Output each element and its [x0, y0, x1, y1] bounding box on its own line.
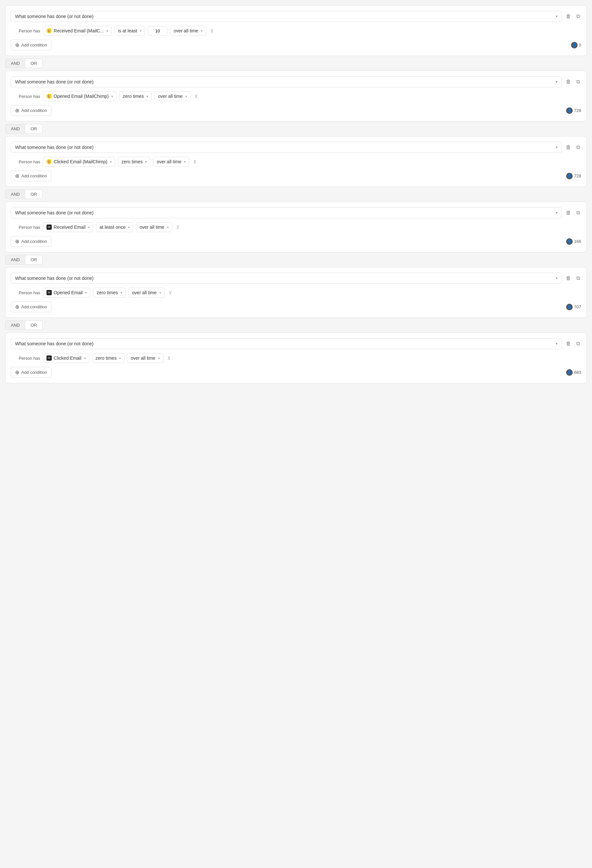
filter-button[interactable]: ⊻ [167, 289, 173, 297]
copy-block-button[interactable]: ⧉ [575, 78, 581, 86]
person-has-label: Person has [19, 225, 40, 230]
condition-block-2: What someone has done (or not done) ▾ 🗑⧉… [5, 71, 587, 121]
filter-icon: ⊻ [167, 356, 170, 361]
and-or-connector: ANDOR [5, 189, 587, 199]
main-event-type-select[interactable]: What someone has done (or not done) ▾ [11, 76, 562, 87]
or-button[interactable]: OR [25, 255, 43, 264]
main-event-label: What someone has done (or not done) [15, 276, 94, 281]
add-condition-button[interactable]: ⊕ Add condition [11, 236, 52, 247]
frequency-select[interactable]: zero times ▾ [93, 288, 126, 298]
event-label: Received Email [54, 224, 86, 230]
chevron-down-icon: ▾ [110, 160, 112, 164]
timeframe-label: over all time [139, 224, 164, 230]
count-badge: 👤 728 [566, 173, 581, 179]
event-select[interactable]: 🐒 Opened Email (MailChimp) ▾ [43, 91, 117, 101]
main-event-type-select[interactable]: What someone has done (or not done) ▾ [11, 142, 562, 153]
delete-block-button[interactable]: 🗑 [564, 340, 572, 348]
or-button[interactable]: OR [25, 189, 43, 199]
timeframe-select[interactable]: over all time ▾ [127, 353, 163, 363]
add-condition-label: Add condition [21, 108, 47, 113]
add-condition-button[interactable]: ⊕ Add condition [11, 105, 52, 116]
frequency-select[interactable]: zero times ▾ [92, 353, 125, 363]
person-icon: 👤 [566, 107, 573, 114]
filter-icon: ⊻ [210, 28, 213, 33]
condition-block-6: What someone has done (or not done) ▾ 🗑⧉… [5, 332, 587, 383]
timeframe-select[interactable]: over all time ▾ [128, 288, 164, 298]
frequency-label: zero times [96, 356, 117, 361]
chevron-down-icon: ▾ [111, 94, 113, 98]
timeframe-select[interactable]: over all time ▾ [136, 222, 172, 232]
and-button[interactable]: AND [5, 189, 25, 199]
delete-block-button[interactable]: 🗑 [564, 274, 572, 282]
add-condition-button[interactable]: ⊕ Add condition [11, 301, 52, 312]
plus-icon: ⊕ [15, 107, 19, 114]
condition-footer: ⊕ Add condition 👤 166 [11, 236, 581, 247]
filter-button[interactable]: ⊻ [209, 27, 215, 35]
timeframe-select[interactable]: over all time ▾ [154, 91, 190, 101]
and-or-connector: ANDOR [5, 320, 587, 330]
event-select[interactable]: ✉ Opened Email ▾ [43, 288, 91, 298]
copy-block-button[interactable]: ⧉ [575, 12, 581, 21]
main-event-label: What someone has done (or not done) [15, 210, 94, 216]
chevron-down-icon: ▾ [88, 226, 90, 229]
delete-block-button[interactable]: 🗑 [564, 78, 572, 86]
delete-block-button[interactable]: 🗑 [564, 208, 572, 217]
and-button[interactable]: AND [5, 124, 25, 134]
condition-row: Person has 🐒 Clicked Email (MailChimp) ▾… [19, 157, 581, 167]
timeframe-select[interactable]: over all time ▾ [153, 157, 189, 167]
and-button[interactable]: AND [5, 320, 25, 330]
or-button[interactable]: OR [25, 124, 43, 134]
count-value: 166 [574, 239, 581, 244]
copy-block-button[interactable]: ⧉ [575, 274, 581, 282]
and-button[interactable]: AND [5, 59, 25, 68]
chevron-down-icon: ▾ [556, 341, 558, 346]
and-button[interactable]: AND [5, 255, 25, 264]
timeframe-select[interactable]: over all time ▾ [170, 26, 206, 36]
filter-button[interactable]: ⊻ [175, 223, 181, 231]
frequency-select[interactable]: zero times ▾ [118, 157, 151, 167]
copy-block-button[interactable]: ⧉ [575, 208, 581, 217]
filter-button[interactable]: ⊻ [193, 92, 199, 100]
event-select[interactable]: ✉ Clicked Email ▾ [43, 353, 89, 363]
copy-icon: ⧉ [576, 275, 580, 281]
copy-block-button[interactable]: ⧉ [575, 143, 581, 152]
event-select[interactable]: 🐒 Clicked Email (MailChimp) ▾ [43, 157, 115, 167]
filter-button[interactable]: ⊻ [192, 158, 198, 165]
copy-block-button[interactable]: ⧉ [575, 340, 581, 348]
add-condition-button[interactable]: ⊕ Add condition [11, 40, 52, 50]
or-button[interactable]: OR [25, 320, 43, 330]
event-label: Clicked Email [54, 356, 81, 361]
count-value: 728 [574, 108, 581, 113]
condition-header: What someone has done (or not done) ▾ 🗑⧉ [11, 273, 581, 284]
frequency-select[interactable]: at least once ▾ [96, 222, 133, 232]
chevron-down-icon: ▾ [185, 94, 187, 98]
frequency-select[interactable]: is at least ▾ [114, 26, 145, 36]
delete-block-button[interactable]: 🗑 [564, 12, 572, 21]
condition-header: What someone has done (or not done) ▾ 🗑⧉ [11, 207, 581, 218]
add-condition-label: Add condition [21, 43, 47, 47]
email-icon: ✉ [46, 356, 52, 361]
filter-button[interactable]: ⊻ [166, 354, 172, 362]
and-or-connector: ANDOR [5, 124, 587, 134]
main-event-type-select[interactable]: What someone has done (or not done) ▾ [11, 11, 562, 22]
chevron-down-icon: ▾ [556, 210, 558, 215]
plus-icon: ⊕ [15, 42, 19, 48]
count-value: 707 [574, 304, 581, 309]
main-event-type-select[interactable]: What someone has done (or not done) ▾ [11, 338, 562, 349]
delete-block-button[interactable]: 🗑 [564, 143, 572, 152]
timeframe-label: over all time [173, 28, 198, 33]
count-badge: 👤 728 [566, 107, 581, 114]
main-event-type-select[interactable]: What someone has done (or not done) ▾ [11, 207, 562, 218]
value-input[interactable] [148, 26, 167, 36]
timeframe-label: over all time [132, 290, 157, 295]
frequency-select[interactable]: zero times ▾ [119, 91, 152, 101]
main-event-type-select[interactable]: What someone has done (or not done) ▾ [11, 273, 562, 284]
condition-footer: ⊕ Add condition 👤 728 [11, 171, 581, 181]
event-select[interactable]: 🐒 Received Email (MailC... ▾ [43, 26, 112, 36]
add-condition-button[interactable]: ⊕ Add condition [11, 171, 52, 181]
header-actions: 🗑⧉ [564, 208, 581, 217]
add-condition-label: Add condition [21, 239, 47, 244]
event-select[interactable]: ✉ Received Email ▾ [43, 222, 93, 232]
add-condition-button[interactable]: ⊕ Add condition [11, 367, 52, 378]
or-button[interactable]: OR [25, 59, 43, 68]
